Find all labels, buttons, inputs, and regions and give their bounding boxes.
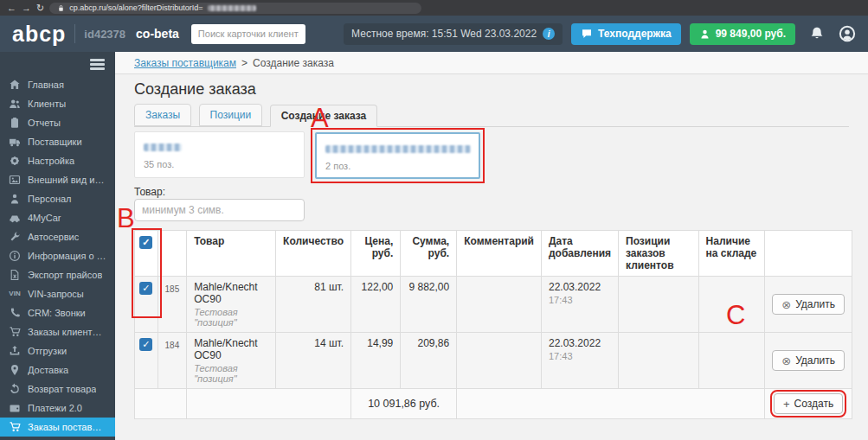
local-time-chip: Местное время: 15:51 Wed 23.03.2022 i [344,23,563,45]
tab-positions[interactable]: Позиции [199,104,263,126]
sidebar-item-appearance[interactable]: Внешний вид и контент [0,170,115,189]
sidebar-item-price-export[interactable]: Экспорт прайсов [0,265,115,284]
sidebar-item-crm-calls[interactable]: CRM: Звонки [0,303,115,322]
client-search-input[interactable] [191,24,305,44]
col-actions [765,231,852,277]
product-filter-label: Товар: [134,186,165,198]
sidebar-item-clients[interactable]: Клиенты [0,94,115,113]
row-price: 14,99 [351,333,401,389]
menu-toggle-icon[interactable] [0,52,115,75]
browser-chrome: ← → ↻ cp.abcp.ru/so/alone?filterDistribu… [0,0,868,16]
delete-button[interactable]: ⊗ Удалить [772,350,845,371]
sidebar-item-supplier-orders[interactable]: Заказы поставщикам [0,418,115,437]
info-icon[interactable]: i [543,28,555,40]
sidebar-item-suppliers[interactable]: Поставщики [0,132,115,151]
truck-icon [9,136,21,148]
table-footer-row: 10 091,86 руб. + Создать [135,389,852,419]
supplier-positions-count: 35 поз. [144,159,295,169]
col-sum: Сумма, руб. [401,231,457,277]
balance-button[interactable]: 99 849,00 руб. [690,23,795,45]
reload-icon[interactable]: ↻ [36,3,44,13]
col-price: Цена, руб. [351,231,401,277]
row-checkbox[interactable] [139,338,152,351]
support-button[interactable]: Техподдержка [571,23,681,45]
select-all-checkbox[interactable] [139,236,152,249]
col-stock: Наличие на складе [698,231,765,277]
annotation-letter-c: C [726,302,745,328]
row-checkbox[interactable] [139,282,152,295]
wrench-icon [9,231,21,243]
gear-icon [9,155,21,167]
sidebar-item-4mycar[interactable]: 4MyCar [0,208,115,227]
person-icon [9,193,21,205]
cart-icon [9,326,21,338]
create-order-button[interactable]: + Создать [774,393,843,414]
address-bar[interactable]: cp.abcp.ru/so/alone?filterDistributorId= [49,3,421,14]
row-sum: 9 882,00 [401,277,457,333]
annotation-letter-b: B [117,205,135,232]
product-search-input[interactable] [134,199,305,221]
row-client-positions [619,333,699,389]
header-divider [74,24,75,43]
breadcrumb: Заказы поставщикам > Создание заказа [115,52,868,74]
location-pin-icon [9,364,21,376]
home-icon [9,79,21,91]
row-stock [698,333,765,389]
product-name: Mahle/Knecht OC90 [194,281,268,305]
sidebar-item-returns[interactable]: Возврат товара [0,379,115,399]
back-icon[interactable]: ← [7,3,16,13]
local-time-text: Местное время: 15:51 Wed 23.03.2022 [351,28,537,40]
main-content: Заказы поставщикам > Создание заказа Соз… [115,52,868,440]
account-id: id42378 [84,28,125,41]
sidebar-item-vin[interactable]: VIN VIN-запросы [0,284,115,303]
breadcrumb-current: Создание заказа [253,57,334,69]
plus-icon: + [783,399,790,410]
forward-icon[interactable]: → [22,3,31,13]
balance-amount: 99 849,00 руб. [716,28,786,40]
sidebar-item-staff[interactable]: Персонал [0,189,115,208]
sidebar-item-delivery[interactable]: Доставка [0,360,115,379]
clipboard-icon [9,117,21,129]
breadcrumb-parent-link[interactable]: Заказы поставщикам [134,57,236,69]
row-date: 22.03.2022 [549,281,611,293]
sidebar-item-payments[interactable]: Платежи 2.0 [0,399,115,418]
user-icon [699,29,710,40]
supplier-card-1[interactable]: 35 поз. [134,131,305,178]
file-export-icon [9,269,21,281]
sidebar-item-reports[interactable]: Отчеты [0,113,115,132]
col-comment: Комментарий [457,231,542,277]
sidebar-item-client-orders[interactable]: Заказы клиентов 2.0 [0,322,115,341]
sidebar-item-autoservice[interactable]: Автосервис [0,227,115,246]
delete-circle-icon: ⊗ [781,299,791,310]
sidebar-item-shipments[interactable]: Отгрузки [0,341,115,360]
sidebar-item-settings[interactable]: Настройка [0,151,115,170]
cart-icon [9,421,21,433]
support-label: Техподдержка [598,28,672,40]
row-quantity: 81 шт. [276,277,351,333]
delete-button[interactable]: ⊗ Удалить [772,294,845,315]
abcp-logo[interactable]: abcp [12,22,66,47]
url-text: cp.abcp.ru/so/alone?filterDistributorId= [69,3,203,12]
row-id: 184 [158,333,187,389]
redacted-supplier-name [144,143,182,151]
col-quantity: Количество [276,231,351,277]
breadcrumb-separator: > [241,57,248,69]
info-circle-icon [9,250,21,262]
clients-icon [9,98,21,110]
row-time: 17:43 [549,295,611,305]
delete-circle-icon: ⊗ [781,355,791,367]
profile-avatar-icon[interactable] [839,25,856,42]
annotation-letter-a: A [311,105,329,131]
lock-icon [57,3,65,13]
sidebar-item-product-info[interactable]: Информация о товарах [0,246,115,265]
product-note: Тестовая "позиция" [194,307,268,328]
col-product: Товар [187,231,276,277]
notifications-bell-icon[interactable] [809,26,825,41]
car-icon [9,212,21,224]
supplier-card-2-selected[interactable]: 2 поз. [315,132,480,179]
supplier-positions-count: 2 поз. [325,161,470,171]
redacted-supplier-name [325,145,471,153]
sidebar-item-home[interactable]: Главная [0,75,115,94]
tab-orders[interactable]: Заказы [134,104,191,126]
phone-icon [9,307,21,319]
